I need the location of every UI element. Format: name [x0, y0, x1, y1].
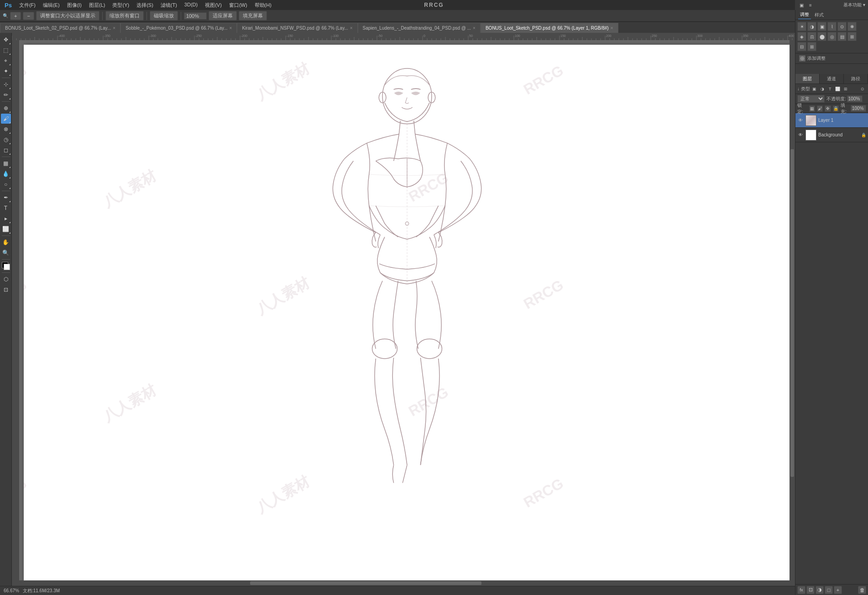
tab-close-2[interactable]: ×: [350, 26, 353, 31]
adj-vibrance[interactable]: ❋: [847, 22, 857, 31]
tab-close-3[interactable]: ×: [473, 26, 476, 31]
filter-adjustment[interactable]: ◑: [819, 85, 826, 93]
menu-layer[interactable]: 图层(L): [85, 1, 109, 10]
tool-quick-mask[interactable]: ⬡: [1, 274, 11, 284]
adj-curves[interactable]: ⌇: [827, 22, 837, 31]
snap-btn[interactable]: 磁吸缩放: [150, 11, 178, 21]
delete-layer-btn[interactable]: 🗑: [858, 586, 866, 594]
adj-photo-filter[interactable]: ◎: [827, 32, 837, 41]
tool-hand[interactable]: ✋: [1, 237, 11, 247]
filter-pixel[interactable]: ▣: [811, 85, 818, 93]
tool-lasso[interactable]: ⌖: [1, 56, 11, 66]
layers-tab-layers[interactable]: 图层: [795, 74, 820, 84]
add-mask-btn[interactable]: ⊡: [806, 586, 815, 594]
adj-levels[interactable]: ▣: [817, 22, 826, 31]
tool-blur[interactable]: 💧: [1, 169, 11, 179]
layer-eye-0[interactable]: 👁: [797, 117, 804, 124]
menu-file[interactable]: 文件(F): [16, 1, 39, 10]
tool-shape[interactable]: ⬜: [1, 224, 11, 234]
adj-color-balance[interactable]: ⚖: [807, 32, 816, 41]
layers-tab-channels[interactable]: 通道: [820, 74, 844, 84]
zoom-in-btn[interactable]: +: [10, 12, 21, 20]
menu-3d[interactable]: 3D(D): [181, 1, 201, 10]
tab-4[interactable]: BONUS_Loot_Sketch_PSD.psd @ 66.7% (Layer…: [481, 23, 618, 33]
tool-gradient[interactable]: ▦: [1, 158, 11, 168]
right-icon-2[interactable]: ≡: [807, 1, 814, 9]
adj-brightness[interactable]: ☀: [797, 22, 806, 31]
adj-invert[interactable]: ⊟: [797, 42, 806, 51]
menu-view[interactable]: 视图(V): [201, 1, 225, 10]
adj-black-white[interactable]: ⬤: [817, 32, 826, 41]
tool-screen-mode[interactable]: ⊡: [1, 285, 11, 295]
tool-pen[interactable]: ✒: [1, 193, 11, 203]
lock-all[interactable]: 🔒: [833, 105, 839, 112]
filter-type[interactable]: T: [826, 85, 834, 93]
canvas-area[interactable]: RRCG 八人素材 RRCG 八人素材 RRCG RRCG 八人素材 RRCG …: [19, 40, 795, 586]
tool-eraser[interactable]: ◻: [1, 145, 11, 155]
tool-move[interactable]: ✥: [1, 35, 11, 45]
new-layer-btn[interactable]: +: [834, 586, 842, 594]
lock-image[interactable]: 🖌: [817, 105, 823, 112]
adj-tab-adjustments[interactable]: 调整: [798, 10, 811, 19]
add-style-btn[interactable]: fx: [797, 586, 805, 594]
tool-brush[interactable]: 🖌: [1, 114, 11, 124]
tool-magic-wand[interactable]: ✦: [1, 66, 11, 76]
layer-row-1[interactable]: 👁 Background 🔒: [795, 128, 868, 142]
fill-screen-btn[interactable]: 填充屏幕: [239, 11, 267, 21]
tool-path-select[interactable]: ▸: [1, 214, 11, 224]
filter-toggle[interactable]: ⊙: [859, 85, 866, 93]
adjust-window-btn[interactable]: 调整窗口大小以适屏显示: [36, 11, 99, 21]
zoom-out-btn[interactable]: −: [23, 12, 34, 20]
tab-0[interactable]: BONUS_Loot_Sketch_02_PSD.psd @ 66.7% (La…: [0, 23, 120, 33]
tab-3[interactable]: Sapien_Ludens_-_Deathstranding_04_PSD.ps…: [358, 23, 481, 33]
zoom-percent-input[interactable]: [184, 12, 207, 20]
hscroll-thumb[interactable]: [250, 581, 481, 585]
menu-edit[interactable]: 编辑(E): [39, 1, 63, 10]
menu-type[interactable]: 类型(Y): [109, 1, 133, 10]
adj-tab-styles[interactable]: 样式: [813, 11, 826, 19]
opacity-input[interactable]: [847, 95, 863, 102]
tool-history[interactable]: ◷: [1, 135, 11, 145]
tool-crop[interactable]: ⊹: [1, 79, 11, 89]
menu-help[interactable]: 帮助(H): [251, 1, 275, 10]
tab-1[interactable]: Sobble_-_Pokémon_03_PSD.psd @ 66.7% (Lay…: [120, 23, 237, 33]
tab-close-0[interactable]: ×: [113, 26, 115, 31]
filter-shape[interactable]: ⬜: [834, 85, 842, 93]
adj-contrast[interactable]: ◑: [807, 22, 816, 31]
filter-smart[interactable]: ⊞: [842, 85, 849, 93]
adj-posterize[interactable]: ⊞: [807, 42, 816, 51]
menu-window[interactable]: 窗口(W): [225, 1, 251, 10]
fit-screen-btn[interactable]: 适应屏幕: [209, 11, 237, 21]
tab-close-1[interactable]: ×: [230, 26, 232, 31]
tool-clone[interactable]: ⊗: [1, 124, 11, 134]
tool-dodge[interactable]: ○: [1, 179, 11, 189]
menu-select[interactable]: 选择(S): [133, 1, 157, 10]
tool-eyedropper[interactable]: ✏: [1, 90, 11, 100]
add-adjustment[interactable]: ⊕ 添加调整: [795, 53, 868, 64]
horizontal-scrollbar[interactable]: [19, 580, 790, 586]
vscroll-thumb[interactable]: [790, 149, 794, 477]
blend-mode-select[interactable]: 正常: [797, 95, 825, 103]
vertical-scrollbar[interactable]: [790, 40, 795, 586]
interpolate-btn[interactable]: 缩放所有窗口: [105, 11, 144, 21]
adj-exposure[interactable]: ⊙: [837, 22, 847, 31]
fill-input[interactable]: [851, 105, 866, 112]
tool-healing[interactable]: ⊕: [1, 103, 11, 113]
tab-2[interactable]: Kirari_Momobami_NSFW_PSD.psd @ 66.7% (La…: [237, 23, 357, 33]
adj-color-lookup[interactable]: ⊞: [847, 32, 857, 41]
adj-hue[interactable]: ◈: [797, 32, 806, 41]
menu-filter[interactable]: 滤镜(T): [157, 1, 181, 10]
background-color[interactable]: [4, 264, 10, 270]
lock-transparent[interactable]: ▦: [809, 105, 815, 112]
right-icon-1[interactable]: ▣: [798, 1, 805, 9]
new-group-btn[interactable]: □: [825, 586, 833, 594]
menu-image[interactable]: 图像(I): [63, 1, 85, 10]
new-adj-btn[interactable]: ◑: [816, 586, 824, 594]
tool-text[interactable]: T: [1, 203, 11, 213]
lock-position[interactable]: ✥: [825, 105, 831, 112]
layer-row-0[interactable]: 👁 Layer 1: [795, 113, 868, 128]
adj-channel-mixer[interactable]: ▤: [837, 32, 847, 41]
layers-tab-paths[interactable]: 路径: [844, 74, 868, 84]
tool-marquee[interactable]: ⬚: [1, 45, 11, 55]
tool-zoom[interactable]: 🔍: [1, 248, 11, 258]
